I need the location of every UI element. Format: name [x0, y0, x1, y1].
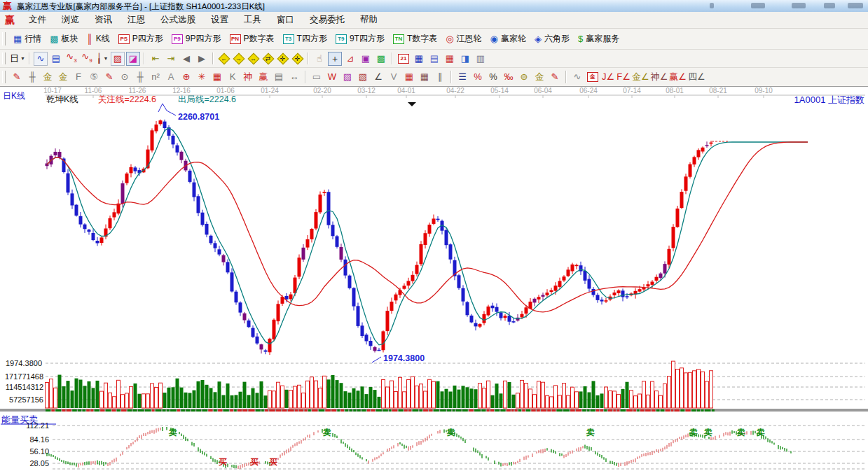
period-day-selector[interactable]: 日▼: [10, 52, 25, 66]
menu-item-3[interactable]: 资讯: [87, 14, 120, 26]
menu-item-9[interactable]: 交易委托: [302, 14, 352, 26]
gold-grid2-button[interactable]: 金: [56, 70, 70, 84]
p-digit-table-button[interactable]: PNP数字表: [226, 31, 279, 46]
gold-circle-button[interactable]: ⊚: [517, 70, 531, 84]
titlebar-control-4[interactable]: [824, 3, 835, 8]
winner-service-button[interactable]: $赢家服务: [574, 31, 624, 46]
menu-item-5[interactable]: 公式选股: [153, 14, 203, 26]
toolbar-drag-handle[interactable]: [2, 52, 6, 64]
9p-square-button[interactable]: P99P四方形: [167, 31, 226, 46]
ying-angle-button[interactable]: 赢∠: [669, 70, 687, 84]
titlebar-control-1[interactable]: [710, 3, 714, 8]
fit-screen-button[interactable]: ✛: [292, 53, 303, 64]
box-tool-button[interactable]: ▭: [310, 70, 324, 84]
pattern-button[interactable]: ▨: [111, 52, 125, 66]
fan-box2-button[interactable]: ▧: [356, 70, 370, 84]
next-bar-button[interactable]: ▶: [195, 52, 209, 66]
quotes-button[interactable]: ▦行情: [9, 31, 46, 46]
v-dots-button[interactable]: V: [387, 70, 401, 84]
info-note-button[interactable]: ▤: [49, 52, 63, 66]
notes-pad-button[interactable]: ▤: [427, 52, 441, 66]
titlebar-control-3[interactable]: [792, 3, 806, 8]
star-grid-button[interactable]: ▦: [210, 70, 224, 84]
candle-type-button[interactable]: ╽▼: [95, 52, 109, 66]
angle-measure-button[interactable]: ⊿: [343, 52, 357, 66]
gold-line-button[interactable]: 金: [532, 70, 546, 84]
pan-right-button[interactable]: →: [233, 53, 244, 64]
kline-button[interactable]: ║K线: [83, 31, 114, 46]
gold-box-button[interactable]: 金: [586, 70, 600, 84]
n2-button[interactable]: n²: [149, 70, 163, 84]
parallel-lines-button[interactable]: ∥: [433, 70, 447, 84]
calendar-button[interactable]: 21: [397, 52, 411, 66]
first-bar-button[interactable]: ⇤: [149, 52, 163, 66]
grid-lines-button[interactable]: ╫: [25, 70, 39, 84]
ying-tool-button[interactable]: 赢: [256, 70, 270, 84]
web-save-button[interactable]: ◨: [458, 52, 472, 66]
drag-hand-button[interactable]: ☝: [312, 52, 326, 66]
menu-item-6[interactable]: 设置: [203, 14, 236, 26]
spiral5-button[interactable]: ⑤: [87, 70, 101, 84]
four-angle-button[interactable]: 四∠: [688, 70, 705, 84]
a-wave-button[interactable]: ∿: [570, 70, 584, 84]
p-square-button[interactable]: PSP四方形: [114, 31, 167, 46]
red-grid-button[interactable]: ▦: [402, 70, 416, 84]
menu-item-10[interactable]: 帮助: [352, 14, 385, 26]
sectors-button[interactable]: ▩板块: [46, 31, 82, 46]
gift-tool-button[interactable]: ▣: [359, 52, 373, 66]
shen-tool-button[interactable]: 神: [241, 70, 255, 84]
shen-angle-button[interactable]: 神∠: [651, 70, 668, 84]
k-wave-button[interactable]: K: [226, 70, 240, 84]
permille-button[interactable]: ‰: [502, 70, 516, 84]
zoom-h-button[interactable]: ↔: [248, 53, 259, 64]
percent-slash-button[interactable]: %: [471, 70, 485, 84]
j-angle-button[interactable]: J∠: [601, 70, 615, 84]
wave3-button[interactable]: ∿3: [64, 52, 78, 66]
menu-item-4[interactable]: 江恩: [120, 14, 153, 26]
gold-angle-button[interactable]: 金∠: [632, 70, 649, 84]
last-bar-button[interactable]: ⇥: [164, 52, 178, 66]
menu-item-1[interactable]: 文件: [21, 14, 54, 26]
titlebar-control-2[interactable]: [751, 3, 765, 8]
e-scale-button[interactable]: ☰: [455, 70, 469, 84]
h-span-button[interactable]: ↔: [287, 70, 301, 84]
t-square-button[interactable]: T3T四方形: [279, 31, 331, 46]
wave9-button[interactable]: ∿9: [80, 52, 94, 66]
print-button[interactable]: ▥: [474, 52, 488, 66]
gann-target-button[interactable]: ⊕: [179, 70, 193, 84]
gold-grid-button[interactable]: 金: [41, 70, 55, 84]
angle-line-button[interactable]: ∠: [371, 70, 385, 84]
menu-item-8[interactable]: 窗口: [269, 14, 302, 26]
profile-chart-button[interactable]: ◪: [126, 52, 140, 66]
percent-button[interactable]: %: [486, 70, 500, 84]
starburst-button[interactable]: ✳: [195, 70, 209, 84]
menu-item-7[interactable]: 工具: [236, 14, 269, 26]
f-angle-button[interactable]: F∠: [616, 70, 631, 84]
toolbar-drag-handle[interactable]: [2, 32, 6, 46]
winner-wheel-button[interactable]: ◉赢家轮: [486, 31, 530, 46]
fan-box-button[interactable]: ▨: [340, 70, 354, 84]
crosshair-button[interactable]: ＋: [328, 52, 342, 66]
ruler123-button[interactable]: ▤: [272, 70, 286, 84]
fan-button[interactable]: W: [325, 70, 339, 84]
gann-pencil-button[interactable]: ✎: [10, 70, 24, 84]
time-cycle-button[interactable]: ⊙: [118, 70, 132, 84]
brush1-button[interactable]: ✎: [548, 70, 562, 84]
grid-arrow-button[interactable]: ▦: [418, 70, 432, 84]
expand-all-button[interactable]: ✛: [277, 53, 288, 64]
t-digit-table-button[interactable]: TNT数字表: [389, 31, 441, 46]
save-button[interactable]: ▦: [443, 52, 457, 66]
compress-h-button[interactable]: ⇄: [263, 53, 273, 64]
maze-tool-button[interactable]: ▩: [374, 52, 388, 66]
a-divider-button[interactable]: A: [164, 70, 178, 84]
pan-left-button[interactable]: ←: [219, 53, 229, 64]
pencil-grid-button[interactable]: ✎: [102, 70, 116, 84]
calculator-button[interactable]: ▦: [412, 52, 426, 66]
gann-wheel-button[interactable]: ◎江恩轮: [441, 31, 485, 46]
chart-canvas[interactable]: 日K线 乾坤K线 关注线=2224.6 出局线=2224.6 1A0001 上证…: [0, 87, 868, 471]
toolbar-drag-handle[interactable]: [2, 71, 6, 83]
titlebar-control-5[interactable]: [848, 3, 863, 8]
menu-item-2[interactable]: 浏览: [54, 14, 87, 26]
fib-grid-button[interactable]: F: [71, 70, 85, 84]
hash-button[interactable]: ╫: [133, 70, 147, 84]
